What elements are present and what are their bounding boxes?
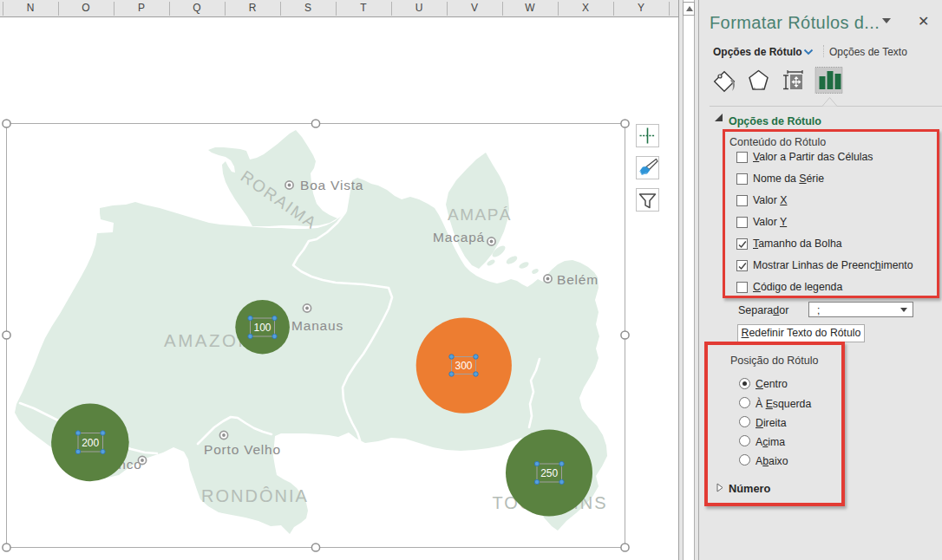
svg-text:100: 100	[253, 322, 271, 334]
svg-text:300: 300	[455, 360, 472, 372]
svg-text:Boa Vista: Boa Vista	[300, 178, 363, 192]
svg-text:AMAPÁ: AMAPÁ	[448, 205, 512, 224]
svg-text:Porto Velho: Porto Velho	[204, 442, 281, 457]
svg-text:Macapá: Macapá	[433, 230, 485, 244]
svg-text:200: 200	[82, 437, 99, 449]
svg-text:Manaus: Manaus	[291, 318, 343, 333]
svg-text:250: 250	[540, 467, 558, 479]
svg-text:Belém: Belém	[557, 272, 599, 287]
svg-text:RONDÔNIA: RONDÔNIA	[201, 486, 309, 505]
